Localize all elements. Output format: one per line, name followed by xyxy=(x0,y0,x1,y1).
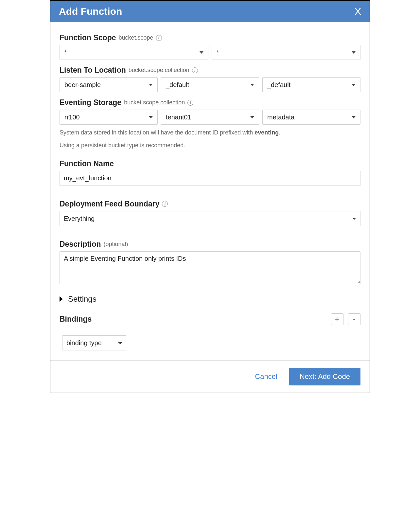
feed-label-text: Deployment Feed Boundary xyxy=(60,200,159,208)
eventing-storage-label: Eventing Storage bucket.scope.collection… xyxy=(60,98,360,107)
chevron-down-icon xyxy=(352,116,356,118)
help-text-strong: eventing xyxy=(254,129,279,136)
description-label: Description (optional) xyxy=(60,240,360,249)
listen-location-label: Listen To Location bucket.scope.collecti… xyxy=(60,66,360,75)
listen-collection-value: _default xyxy=(267,81,290,89)
storage-help-1: System data stored in this location will… xyxy=(60,128,360,137)
feed-boundary-select[interactable]: Everything xyxy=(60,211,360,226)
listen-bucket-value: beer-sample xyxy=(64,81,101,89)
storage-scope-select[interactable]: tenant01 xyxy=(161,110,259,125)
storage-collection-select[interactable]: metadata xyxy=(262,110,360,125)
settings-toggle[interactable]: Settings xyxy=(60,294,360,304)
description-optional: (optional) xyxy=(104,241,128,248)
storage-label-text: Eventing Storage xyxy=(60,98,121,107)
info-icon[interactable]: i xyxy=(156,35,162,41)
function-scope-label: Function Scope bucket.scope i xyxy=(60,33,360,42)
dialog-footer: Cancel Next: Add Code xyxy=(50,360,370,393)
description-textarea[interactable] xyxy=(60,251,360,284)
scope-bucket-select[interactable]: * xyxy=(60,45,208,60)
feed-boundary-label: Deployment Feed Boundary i xyxy=(60,200,360,208)
bindings-body: binding type xyxy=(60,328,360,357)
add-binding-button[interactable]: + xyxy=(331,313,343,325)
help-text-part: System data stored in this location will… xyxy=(60,129,254,136)
chevron-down-icon xyxy=(149,116,153,118)
listen-sub: bucket.scope.collection xyxy=(129,67,189,74)
chevron-down-icon xyxy=(352,51,356,54)
next-add-code-button[interactable]: Next: Add Code xyxy=(289,368,360,385)
info-icon[interactable]: i xyxy=(162,201,168,207)
cancel-button[interactable]: Cancel xyxy=(255,372,277,381)
storage-scope-value: tenant01 xyxy=(166,114,191,121)
listen-scope-value: _default xyxy=(166,81,189,89)
listen-collection-select[interactable]: _default xyxy=(262,77,360,92)
listen-label-text: Listen To Location xyxy=(60,66,126,75)
bindings-header: Bindings + - xyxy=(60,313,360,328)
scope-scope-select[interactable]: * xyxy=(212,45,360,60)
binding-type-select[interactable]: binding type xyxy=(62,335,126,350)
chevron-down-icon xyxy=(149,84,153,86)
disclosure-triangle-icon xyxy=(60,296,63,302)
scope-scope-value: * xyxy=(217,49,219,56)
listen-scope-select[interactable]: _default xyxy=(161,77,259,92)
chevron-down-icon xyxy=(250,84,254,86)
function-name-label: Function Name xyxy=(60,159,360,168)
function-scope-label-text: Function Scope xyxy=(60,33,116,42)
bindings-title: Bindings xyxy=(60,315,92,324)
add-function-dialog: Add Function X Function Scope bucket.sco… xyxy=(50,0,370,393)
storage-bucket-value: rr100 xyxy=(64,114,80,121)
listen-bucket-select[interactable]: beer-sample xyxy=(60,77,158,92)
function-name-input[interactable] xyxy=(60,171,360,186)
info-icon[interactable]: i xyxy=(192,67,198,73)
function-scope-sub: bucket.scope xyxy=(119,34,153,41)
dialog-header: Add Function X xyxy=(50,1,370,22)
dialog-title: Add Function xyxy=(59,6,122,17)
storage-help-2: Using a persistent bucket type is recomm… xyxy=(60,141,360,150)
chevron-down-icon xyxy=(200,51,203,54)
storage-collection-value: metadata xyxy=(267,114,294,121)
chevron-down-icon xyxy=(352,84,356,86)
storage-sub: bucket.scope.collection xyxy=(124,99,185,106)
settings-label: Settings xyxy=(68,294,96,304)
scope-bucket-value: * xyxy=(64,49,67,56)
close-icon[interactable]: X xyxy=(355,7,361,16)
chevron-down-icon xyxy=(250,116,254,118)
bindings-buttons: + - xyxy=(328,313,360,325)
remove-binding-button[interactable]: - xyxy=(348,313,360,325)
info-icon[interactable]: i xyxy=(187,100,193,106)
description-label-text: Description xyxy=(60,240,101,249)
dialog-body: Function Scope bucket.scope i * * Listen… xyxy=(50,22,370,360)
help-text-part: . xyxy=(279,129,280,136)
storage-bucket-select[interactable]: rr100 xyxy=(60,110,158,125)
